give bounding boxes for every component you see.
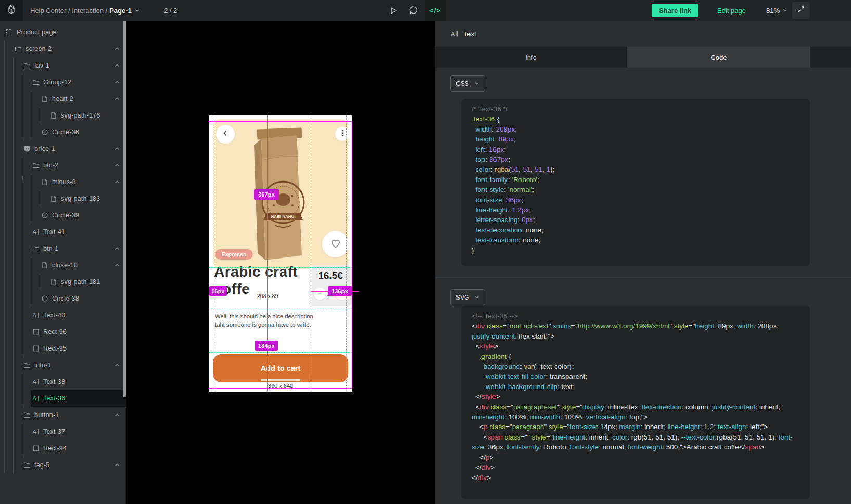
svg-code-block[interactable]: <!-- Text-36 --><div class="root rich-te… <box>461 306 810 499</box>
measure-label: 136px <box>328 286 352 296</box>
layer-item-minus-8[interactable]: minus-8 <box>0 174 126 190</box>
layer-item-info-1[interactable]: info-1 <box>0 357 126 373</box>
layer-label: Text-41 <box>43 228 65 236</box>
chevron-up-icon[interactable] <box>114 46 120 52</box>
play-button[interactable] <box>383 0 403 21</box>
chevron-up-icon[interactable] <box>114 262 120 268</box>
indent-guide <box>13 74 22 91</box>
layer-item-btn-1[interactable]: btn-1 <box>0 240 126 257</box>
layer-label: btn-1 <box>43 245 59 252</box>
chevron-up-icon[interactable] <box>114 146 120 152</box>
layer-item-svg-path-181[interactable]: svg-path-181 <box>0 274 126 290</box>
indent-guide <box>4 274 13 290</box>
layer-label: Circle-39 <box>52 212 79 219</box>
file-icon <box>41 262 48 269</box>
product-hero: NABI NAHUI <box>213 119 348 269</box>
layer-item-svg-path-176[interactable]: svg-path-176 <box>0 107 126 124</box>
indent-guide <box>4 390 13 407</box>
svg-text:NABI NAHUI: NABI NAHUI <box>271 214 295 219</box>
css-format-select[interactable]: CSS <box>450 75 485 92</box>
indent-guide <box>31 190 40 207</box>
tab-code[interactable]: Code <box>627 47 810 68</box>
text-icon: A <box>32 378 40 386</box>
layer-item-tag-5[interactable]: tag-5 <box>0 457 126 473</box>
minus-button[interactable]: − <box>314 288 326 300</box>
code-line: -webkit-text-fill-color: transparent; <box>472 371 799 381</box>
chevron-up-icon[interactable] <box>114 96 120 102</box>
code-line: <span class="" style="line-height: inher… <box>472 432 799 442</box>
indent-guide <box>4 157 13 174</box>
layer-item-fav-1[interactable]: fav-1 <box>0 57 126 74</box>
layer-item-heart-2[interactable]: heart-2 <box>0 91 126 107</box>
layer-item-product page[interactable]: Product page <box>0 24 126 41</box>
indent-guide <box>22 107 31 124</box>
layer-label: Text-40 <box>43 312 65 319</box>
indent-guide <box>22 274 31 290</box>
code-view-button[interactable]: </> <box>425 0 446 21</box>
layer-item-rect-95[interactable]: Rect-95 <box>0 340 126 357</box>
layer-item-text-37[interactable]: AText-37 <box>0 423 126 440</box>
layer-item-group-12[interactable]: Group-12 <box>0 74 126 91</box>
layer-item-circle-39[interactable]: Circle-39 <box>0 207 126 224</box>
layer-item-btn-2[interactable]: btn-2 <box>0 157 126 174</box>
sidebar-scrollbar[interactable] <box>123 21 126 397</box>
fullscreen-button[interactable] <box>792 2 810 19</box>
add-to-cart-button[interactable]: Add to cart <box>213 354 348 382</box>
code-line: color: rgba(51, 51, 51, 1); <box>472 164 799 174</box>
layer-item-price-1[interactable]: price-1 <box>0 140 126 157</box>
layer-item-svg-path-183[interactable]: svg-path-183 <box>0 190 126 207</box>
chevron-up-icon[interactable] <box>114 245 120 252</box>
file-icon <box>49 278 57 286</box>
chevron-up-icon[interactable] <box>114 362 120 368</box>
chevron-up-icon[interactable] <box>114 79 120 85</box>
chevron-down-icon[interactable] <box>134 8 140 14</box>
css-code-block[interactable]: /* Text-36 */.text-36 { width: 208px; he… <box>461 99 810 266</box>
design-tool-window: Help Center / Interaction / Page-1 2 / 2… <box>0 0 851 504</box>
layer-item-text-41[interactable]: AText-41 <box>0 224 126 240</box>
logo-icon <box>5 3 18 18</box>
circle-icon <box>41 212 48 219</box>
layer-item-text-38[interactable]: AText-38 <box>0 373 126 390</box>
layer-label: Rect-95 <box>43 345 67 352</box>
tab-info[interactable]: Info <box>435 47 627 68</box>
indent-guide <box>22 257 31 274</box>
layer-item-screen-2[interactable]: screen-2 <box>0 41 126 57</box>
layer-item-circle-38[interactable]: Circle-38 <box>0 290 126 307</box>
rect-icon <box>32 345 40 353</box>
chevron-up-icon[interactable] <box>114 62 120 69</box>
back-button[interactable] <box>216 125 235 144</box>
chevron-up-icon[interactable] <box>114 412 120 418</box>
svg-text:A: A <box>32 379 36 385</box>
layer-label: info-1 <box>34 361 51 369</box>
product-tag[interactable]: Expresso <box>215 249 253 260</box>
layer-item-button-1[interactable]: button-1 <box>0 407 126 423</box>
zoom-control[interactable]: 81% <box>766 0 788 21</box>
layer-item-text-40[interactable]: AText-40 <box>0 307 126 324</box>
layer-item-rect-96[interactable]: Rect-96 <box>0 324 126 340</box>
measure-label: 367px <box>254 189 279 200</box>
indent-guide <box>13 407 22 423</box>
layer-item-circle-36[interactable]: Circle-36 <box>0 124 126 140</box>
breadcrumb[interactable]: Help Center / Interaction / Page-1 <box>30 0 140 21</box>
app-logo[interactable] <box>0 0 23 21</box>
layer-item-close-10[interactable]: close-10 <box>0 257 126 274</box>
indent-guide <box>22 224 31 240</box>
indent-guide <box>4 190 13 207</box>
layer-item-rect-94[interactable]: Rect-94 <box>0 440 126 457</box>
layer-item-text-36[interactable]: AText-36 <box>0 390 126 407</box>
folder-icon <box>32 162 40 170</box>
svg-format-select[interactable]: SVG <box>450 289 485 305</box>
indent-guide <box>4 174 13 190</box>
chevron-up-icon[interactable] <box>114 179 120 185</box>
chevron-up-icon[interactable] <box>114 162 120 169</box>
indent-guide <box>4 373 13 390</box>
comment-button[interactable] <box>404 0 424 21</box>
code-line: font-family: 'Roboto'; <box>472 175 799 185</box>
favorite-button[interactable] <box>322 231 348 257</box>
share-link-button[interactable]: Share link <box>652 4 698 17</box>
layer-label: heart-2 <box>52 95 73 102</box>
folder-icon <box>23 411 31 419</box>
indent-guide <box>22 423 31 440</box>
chevron-up-icon[interactable] <box>114 462 120 468</box>
edit-page-link[interactable]: Edit page <box>717 0 746 21</box>
